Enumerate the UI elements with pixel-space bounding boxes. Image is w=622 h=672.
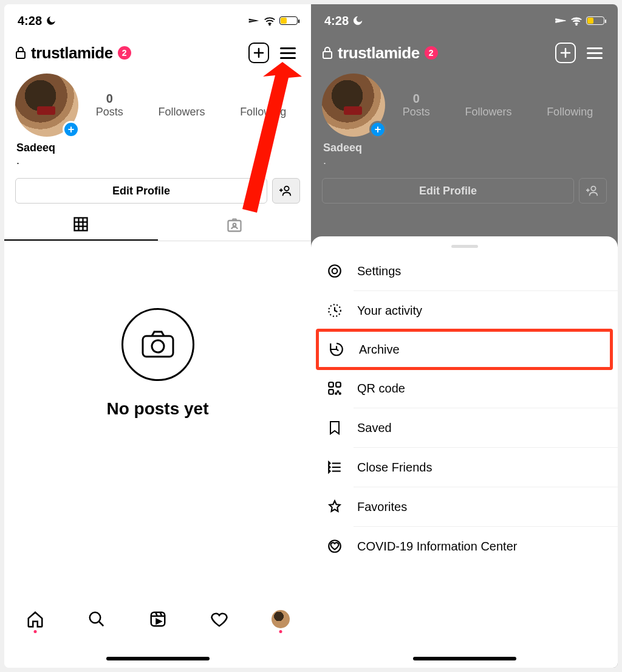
- heart-icon: [210, 610, 228, 628]
- status-time: 4:28: [18, 14, 42, 28]
- wifi-icon: [570, 16, 583, 26]
- svg-rect-34: [336, 382, 341, 387]
- create-button: [553, 41, 578, 65]
- svg-rect-35: [329, 389, 333, 394]
- username[interactable]: trustlamide: [31, 44, 113, 63]
- avatar-icon: [272, 610, 290, 628]
- wifi-icon: [264, 16, 276, 26]
- battery-icon: [586, 16, 604, 25]
- svg-marker-22: [242, 62, 302, 213]
- display-name: Sadeeq: [311, 140, 618, 154]
- menu-item-label: Saved: [357, 421, 392, 435]
- edit-profile-button: Edit Profile: [322, 178, 574, 204]
- profile-header: trustlamide 2: [311, 37, 618, 67]
- menu-icon: [326, 380, 344, 396]
- menu-icon: [326, 303, 344, 318]
- add-story-button: +: [369, 121, 386, 138]
- bio: .: [311, 154, 618, 173]
- svg-rect-7: [75, 218, 87, 230]
- avatar[interactable]: +: [15, 74, 78, 137]
- svg-marker-44: [329, 470, 330, 472]
- menu-item-favorites[interactable]: Favorites: [311, 487, 618, 526]
- menu-button[interactable]: [276, 41, 300, 65]
- lock-icon: [15, 46, 26, 60]
- svg-point-38: [335, 393, 337, 394]
- menu-button: [583, 41, 607, 65]
- menu-item-saved[interactable]: Saved: [311, 408, 618, 447]
- stat-posts[interactable]: 0 Posts: [96, 92, 123, 118]
- avatar: +: [322, 74, 385, 137]
- svg-rect-14: [143, 336, 173, 357]
- menu-item-settings[interactable]: Settings: [311, 252, 618, 290]
- screenshot-right: 4:28 trustlamide 2 +: [311, 4, 618, 668]
- home-indicator[interactable]: [106, 657, 210, 660]
- svg-point-27: [591, 187, 595, 191]
- sheet-grabber[interactable]: [451, 245, 478, 248]
- home-icon: [26, 610, 44, 628]
- grid-icon: [72, 216, 89, 233]
- airplane-icon: [248, 15, 260, 27]
- menu-icon: [326, 420, 344, 436]
- svg-point-36: [337, 391, 338, 392]
- status-bar: 4:28: [311, 4, 618, 37]
- airplane-icon: [555, 15, 567, 27]
- menu-item-close-friends[interactable]: Close Friends: [311, 448, 618, 487]
- nav-reels[interactable]: [149, 610, 167, 628]
- edit-profile-button[interactable]: Edit Profile: [15, 178, 267, 204]
- menu-item-label: COVID-19 Information Center: [357, 540, 517, 554]
- svg-point-30: [329, 265, 341, 277]
- svg-point-31: [332, 269, 338, 274]
- search-icon: [87, 610, 106, 628]
- moon-icon: [46, 15, 56, 26]
- battery-icon: [279, 16, 298, 25]
- add-person-icon: [586, 184, 600, 197]
- username: trustlamide: [338, 44, 420, 63]
- svg-point-13: [233, 223, 236, 226]
- add-story-button[interactable]: +: [63, 121, 80, 138]
- svg-rect-33: [329, 382, 333, 387]
- svg-rect-24: [323, 52, 332, 58]
- tab-grid[interactable]: [4, 208, 158, 241]
- svg-marker-43: [329, 466, 330, 468]
- menu-item-label: QR code: [357, 382, 405, 396]
- nav-activity[interactable]: [210, 610, 228, 628]
- moon-icon: [352, 15, 363, 26]
- svg-rect-1: [16, 52, 25, 58]
- menu-item-label: Archive: [359, 343, 400, 357]
- status-time: 4:28: [324, 14, 349, 28]
- svg-point-23: [576, 24, 577, 26]
- menu-sheet: SettingsYour activityArchiveQR codeSaved…: [311, 236, 618, 668]
- menu-item-label: Settings: [357, 264, 401, 278]
- menu-item-archive[interactable]: Archive: [316, 329, 613, 370]
- status-bar: 4:28: [4, 4, 311, 37]
- menu-item-label: Close Friends: [357, 461, 432, 475]
- menu-item-label: Favorites: [357, 500, 407, 514]
- empty-state: No posts yet: [4, 241, 311, 443]
- menu-icon: [326, 459, 344, 475]
- nav-home[interactable]: [26, 610, 44, 628]
- nav-profile[interactable]: [272, 610, 290, 628]
- notification-badge[interactable]: 2: [118, 46, 131, 60]
- annotation-arrow: [235, 62, 308, 220]
- lock-icon: [322, 46, 333, 60]
- menu-item-qr-code[interactable]: QR code: [311, 369, 618, 408]
- menu-item-covid-19-information-center[interactable]: COVID-19 Information Center: [311, 527, 618, 566]
- bottom-nav: [4, 601, 311, 637]
- profile-stats: + 0Posts Followers Following: [311, 67, 618, 140]
- nav-search[interactable]: [87, 610, 106, 628]
- svg-marker-42: [329, 462, 330, 464]
- menu-item-your-activity[interactable]: Your activity: [311, 291, 618, 330]
- menu-icon: [326, 538, 344, 554]
- menu-icon: [326, 499, 344, 515]
- stat-followers[interactable]: Followers: [158, 92, 205, 118]
- svg-point-37: [340, 393, 341, 394]
- svg-point-15: [152, 340, 164, 352]
- home-indicator[interactable]: [413, 657, 516, 660]
- svg-line-17: [98, 622, 103, 626]
- notification-badge: 2: [425, 46, 438, 60]
- discover-people-button: [579, 178, 607, 204]
- no-posts-label: No posts yet: [4, 399, 311, 419]
- create-button[interactable]: [247, 41, 271, 65]
- menu-icon: [326, 263, 344, 279]
- svg-point-16: [89, 612, 100, 623]
